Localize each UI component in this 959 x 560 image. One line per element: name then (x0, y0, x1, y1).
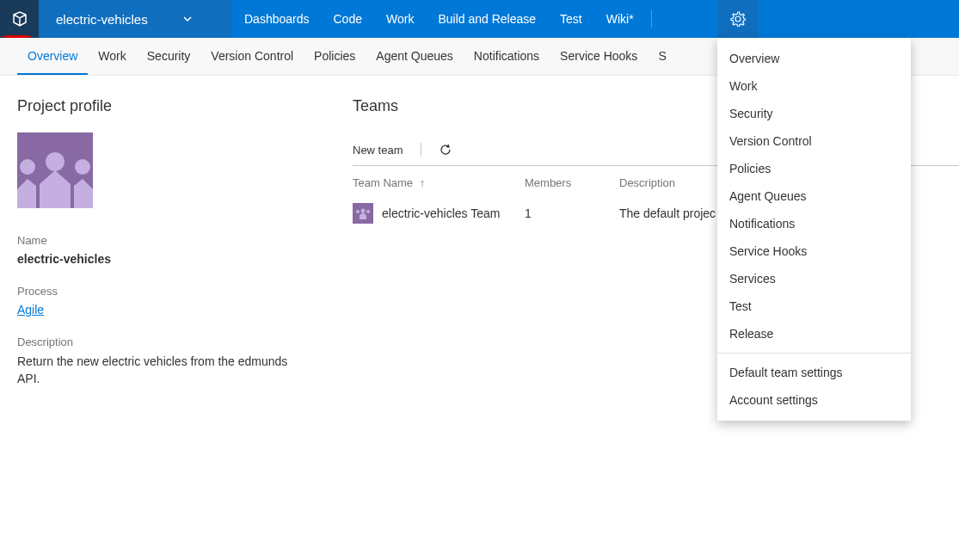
col-header-name[interactable]: Team Name ↑ (353, 176, 525, 189)
subnav-policies[interactable]: Policies (304, 38, 366, 75)
toolbar-separator (421, 143, 421, 157)
sort-asc-icon: ↑ (420, 176, 426, 189)
menu-policies[interactable]: Policies (717, 155, 911, 182)
team-row-icon (353, 203, 373, 224)
description-value: Return the new electric vehicles from th… (17, 354, 301, 387)
name-value: electric-vehicles (17, 252, 301, 266)
svg-point-1 (20, 159, 35, 175)
menu-service-hooks[interactable]: Service Hooks (717, 237, 911, 265)
gear-icon (730, 11, 746, 27)
svg-point-5 (366, 210, 370, 213)
subnav-work[interactable]: Work (88, 38, 136, 75)
menu-work[interactable]: Work (717, 72, 911, 100)
project-selector[interactable]: electric-vehicles (39, 0, 232, 38)
menu-agent-queues[interactable]: Agent Queues (717, 182, 911, 210)
subnav-agent-queues[interactable]: Agent Queues (366, 38, 464, 75)
settings-gear-button[interactable] (717, 0, 759, 38)
project-profile-panel: Project profile Name electric-vehicles P… (17, 97, 301, 406)
vsts-logo-icon (11, 10, 28, 28)
project-avatar[interactable] (17, 132, 93, 208)
svg-point-4 (356, 210, 360, 213)
svg-point-2 (75, 159, 90, 175)
subnav-security[interactable]: Security (137, 38, 201, 75)
menu-test[interactable]: Test (717, 292, 911, 320)
nav-build-release[interactable]: Build and Release (426, 0, 548, 38)
menu-security[interactable]: Security (717, 100, 911, 127)
svg-point-0 (46, 152, 65, 171)
team-avatar-icon (17, 148, 93, 208)
subnav-overflow[interactable]: S (648, 38, 676, 75)
nav-test[interactable]: Test (548, 0, 594, 38)
nav-work[interactable]: Work (374, 0, 426, 38)
nav-wiki[interactable]: Wiki* (594, 0, 646, 38)
subnav-version-control[interactable]: Version Control (200, 38, 304, 75)
menu-arrow-indicator (733, 38, 743, 43)
process-label: Process (17, 285, 301, 298)
menu-version-control[interactable]: Version Control (717, 127, 911, 155)
team-row-name: electric-vehicles Team (382, 206, 500, 220)
menu-overview[interactable]: Overview (717, 45, 911, 72)
vsts-logo[interactable] (0, 0, 39, 38)
menu-release[interactable]: Release (717, 320, 911, 348)
settings-dropdown-menu: Overview Work Security Version Control P… (717, 38, 911, 421)
subnav-notifications[interactable]: Notifications (464, 38, 550, 75)
top-bar: electric-vehicles Dashboards Code Work B… (0, 0, 959, 38)
menu-services[interactable]: Services (717, 265, 911, 292)
subnav-overview[interactable]: Overview (17, 38, 88, 75)
menu-notifications[interactable]: Notifications (717, 210, 911, 237)
nav-dashboards[interactable]: Dashboards (232, 0, 322, 38)
project-name-label: electric-vehicles (56, 12, 148, 27)
menu-account-settings[interactable]: Account settings (717, 386, 911, 414)
team-row-members: 1 (525, 206, 619, 220)
refresh-icon[interactable] (439, 143, 452, 157)
menu-divider (717, 353, 911, 354)
name-label: Name (17, 234, 301, 247)
chevron-down-icon (182, 14, 193, 24)
nav-separator (651, 10, 652, 28)
nav-code[interactable]: Code (322, 0, 374, 38)
annotation-underline (2, 35, 32, 38)
col-header-members[interactable]: Members (525, 176, 619, 189)
process-value: Agile (17, 303, 301, 317)
new-team-button[interactable]: New team (353, 144, 403, 157)
menu-default-team-settings[interactable]: Default team settings (717, 359, 911, 386)
description-label: Description (17, 335, 301, 348)
profile-title: Project profile (17, 97, 301, 115)
subnav-service-hooks[interactable]: Service Hooks (550, 38, 648, 75)
svg-point-3 (361, 209, 366, 213)
process-link[interactable]: Agile (17, 303, 44, 317)
